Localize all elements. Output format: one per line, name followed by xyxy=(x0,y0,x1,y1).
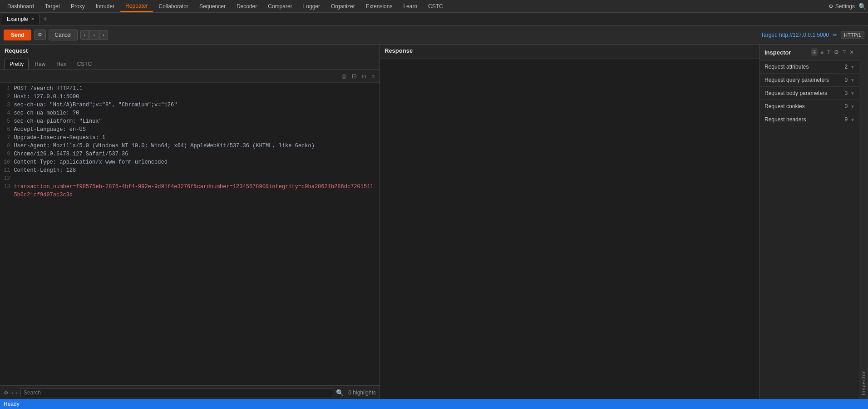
nav-item-comparer[interactable]: Comparer xyxy=(262,1,297,11)
settings-icon-button[interactable]: ⚙ xyxy=(34,30,46,40)
nav-item-dashboard[interactable]: Dashboard xyxy=(2,1,39,11)
inspector-text-icon[interactable]: T xyxy=(826,48,831,56)
nav-item-learn[interactable]: Learn xyxy=(398,1,423,11)
code-line-3: sec-ch-ua: "Not/A)Brand";v="8", "Chromiu… xyxy=(14,101,376,109)
nav-item-proxy[interactable]: Proxy xyxy=(65,1,90,11)
search-submit-icon[interactable]: 🔍 xyxy=(336,389,344,396)
nav-item-target[interactable]: Target xyxy=(39,1,65,11)
nav-item-logger[interactable]: Logger xyxy=(298,1,326,11)
code-line-7: Upgrade-Insecure-Requests: 1 xyxy=(14,134,376,142)
code-line-9: Chrome/126.0.6478.127 Safari/537.36 xyxy=(14,150,376,158)
nav-item-intruder[interactable]: Intruder xyxy=(90,1,120,11)
code-line-6: Accept-Language: en-US xyxy=(14,125,376,134)
inspector-list-icon[interactable]: ≡ xyxy=(819,48,824,56)
inspector-row-headers[interactable]: Request headers 9 ▼ xyxy=(760,113,859,126)
search-next-button[interactable]: › xyxy=(16,389,18,396)
prev-arrow-button[interactable]: ‹ xyxy=(80,30,89,40)
req-resp-area: Request Pretty Raw Hex CSTC ◎ ⊡ ln ≡ 123… xyxy=(0,45,760,399)
nav-item-collaborator[interactable]: Collaborator xyxy=(153,1,194,11)
code-editor: 12345 678910 111213 POST /search HTTP/1.… xyxy=(0,83,380,385)
nav-item-repeater[interactable]: Repeater xyxy=(120,1,153,12)
inspector-title: Inspector xyxy=(764,49,791,56)
search-icon[interactable]: 🔍 xyxy=(858,3,866,10)
http-version-badge[interactable]: HTTP/1 xyxy=(841,31,864,39)
inspector-query-label: Request query parameters xyxy=(764,77,829,83)
navigation-arrows: ‹ › › xyxy=(80,30,108,40)
code-line-13: transaction_number=f98575eb-2876-4bf4-99… xyxy=(14,183,376,199)
inspector-row-query[interactable]: Request query parameters 0 ▼ xyxy=(760,74,859,86)
inspector-headers-label: Request headers xyxy=(764,116,806,123)
line-numbers: 12345 678910 111213 xyxy=(0,85,14,384)
tab-close-icon[interactable]: ✕ xyxy=(31,16,35,21)
inspector-grid-icon[interactable]: ⊞ xyxy=(811,48,818,56)
inspector-cookies-right: 0 ▼ xyxy=(844,103,855,110)
response-panel-header: Response xyxy=(380,45,760,59)
extra-arrow-button[interactable]: › xyxy=(99,30,108,40)
send-button[interactable]: Send xyxy=(4,30,31,40)
inspector-query-params: Request query parameters 0 ▼ xyxy=(760,74,859,87)
request-panel: Request Pretty Raw Hex CSTC ◎ ⊡ ln ≡ 123… xyxy=(0,45,380,399)
tab-hex[interactable]: Hex xyxy=(51,59,71,70)
next-arrow-button[interactable]: › xyxy=(89,30,99,40)
code-line-4: sec-ch-ua-mobile: ?0 xyxy=(14,109,376,117)
inspector-row-attributes[interactable]: Request attributes 2 ▼ xyxy=(760,60,859,73)
inspector-cookies-label: Request cookies xyxy=(764,103,805,110)
code-lines: POST /search HTTP/1.1 Host: 127.0.0.1:50… xyxy=(14,85,380,384)
inspector-attributes-label: Request attributes xyxy=(764,64,809,70)
nav-item-cstc[interactable]: CSTC xyxy=(423,1,449,11)
nav-item-extensions[interactable]: Extensions xyxy=(360,1,398,11)
wrap-icon[interactable]: ⊡ xyxy=(350,72,359,80)
inspector-panel: Inspector ⊞ ≡ T ⚙ ? ✕ Request attributes… xyxy=(760,45,859,399)
inspector-headers: Request headers 9 ▼ xyxy=(760,113,859,126)
eye-off-icon[interactable]: ◎ xyxy=(340,72,348,80)
inspector-attributes-right: 2 ▼ xyxy=(844,64,855,70)
inspector-attributes-chevron: ▼ xyxy=(850,65,855,70)
response-content xyxy=(380,59,760,399)
inspector-settings-icon[interactable]: ⚙ xyxy=(833,48,840,56)
search-settings-icon[interactable]: ⚙ xyxy=(4,389,9,396)
target-edit-button[interactable]: ✏ xyxy=(833,32,837,38)
nav-item-organizer[interactable]: Organizer xyxy=(326,1,360,11)
inspector-query-count: 0 xyxy=(844,77,848,83)
inspector-cookies: Request cookies 0 ▼ xyxy=(760,100,859,113)
inspector-body-label: Request body parameters xyxy=(764,90,827,96)
ln-button[interactable]: ln xyxy=(360,73,368,80)
inspector-body-right: 3 ▼ xyxy=(844,90,855,96)
nav-item-sequencer[interactable]: Sequencer xyxy=(194,1,231,11)
search-input[interactable] xyxy=(20,388,333,397)
inspector-cookies-chevron: ▼ xyxy=(850,104,855,109)
nav-item-decoder[interactable]: Decoder xyxy=(231,1,262,11)
target-label: Target: http://127.0.0.1:5000 xyxy=(761,32,829,38)
menu-icon[interactable]: ≡ xyxy=(370,72,377,80)
inspector-body-chevron: ▼ xyxy=(850,91,855,96)
settings-button[interactable]: ⚙ Settings xyxy=(829,3,855,10)
code-line-12 xyxy=(14,175,376,183)
inspector-body-params: Request body parameters 3 ▼ xyxy=(760,87,859,100)
inspector-query-right: 0 ▼ xyxy=(844,77,855,83)
code-line-11: Content-Length: 128 xyxy=(14,166,376,175)
response-panel-title: Response xyxy=(385,47,755,57)
inspector-side-label[interactable]: Inspector xyxy=(859,45,868,399)
tab-bar: Example ✕ + xyxy=(0,13,868,25)
inspector-body-count: 3 xyxy=(844,90,848,96)
top-nav: Dashboard Target Proxy Intruder Repeater… xyxy=(0,0,868,13)
inspector-cookies-count: 0 xyxy=(844,103,848,110)
code-line-1: POST /search HTTP/1.1 xyxy=(14,85,376,93)
tab-raw[interactable]: Raw xyxy=(30,59,50,70)
inspector-close-icon[interactable]: ✕ xyxy=(848,48,855,56)
tab-cstc[interactable]: CSTC xyxy=(72,59,97,70)
inspector-request-attributes: Request attributes 2 ▼ xyxy=(760,60,859,74)
inspector-help-icon[interactable]: ? xyxy=(842,48,847,56)
request-editor[interactable]: 12345 678910 111213 POST /search HTTP/1.… xyxy=(0,83,380,385)
main-area: Request Pretty Raw Hex CSTC ◎ ⊡ ln ≡ 123… xyxy=(0,45,868,399)
new-tab-button[interactable]: + xyxy=(39,15,51,24)
tab-pretty[interactable]: Pretty xyxy=(5,59,29,70)
inspector-row-body[interactable]: Request body parameters 3 ▼ xyxy=(760,87,859,100)
inspector-query-chevron: ▼ xyxy=(850,78,855,83)
tab-example[interactable]: Example ✕ xyxy=(2,14,39,25)
inspector-headers-count: 9 xyxy=(844,116,848,123)
search-prev-button[interactable]: ‹ xyxy=(11,389,13,396)
inspector-row-cookies[interactable]: Request cookies 0 ▼ xyxy=(760,100,859,113)
cancel-button[interactable]: Cancel xyxy=(49,30,77,40)
toolbar: Send ⚙ Cancel ‹ › › Target: http://127.0… xyxy=(0,25,868,45)
